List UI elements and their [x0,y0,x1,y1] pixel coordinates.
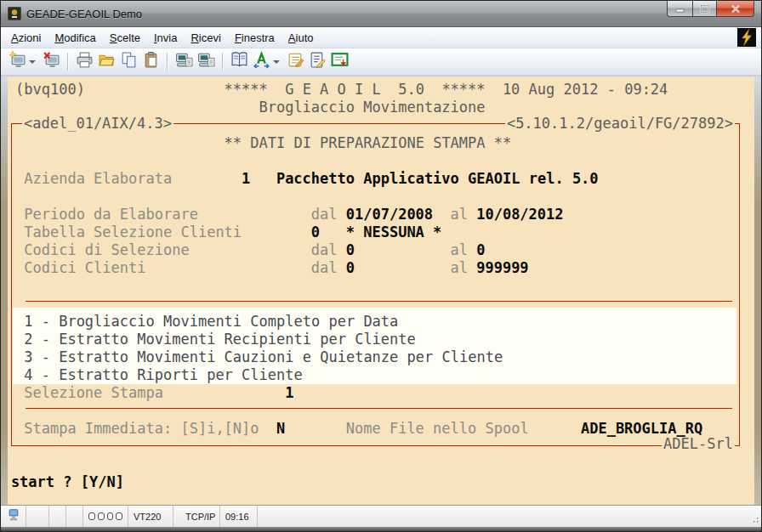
toolbar-button-paste[interactable] [139,51,162,73]
window-title: GEADE-GEAOIL Demo [26,8,142,20]
terminal-text: al [451,241,468,259]
terminal-text: dal [311,241,338,259]
close-button[interactable] [717,1,754,17]
terminal-text: 1 [285,384,293,402]
minimize-button[interactable] [667,1,692,17]
pc-status-icon [7,508,20,524]
terminal-text: N [276,420,285,438]
connect-close-icon [43,51,60,72]
menu-item-azioni[interactable]: Azioni [4,27,48,48]
terminal-text-layer: (bvq100)***** G E A O I L 5.0 *****10 Au… [8,76,754,505]
toolbar-button-receive-from-host[interactable] [195,51,217,73]
macro-icon [309,51,327,72]
toolbar-button-close-session[interactable] [40,51,62,73]
menu-item-modifica[interactable]: Modifica [48,27,102,48]
send-host-icon [175,51,193,72]
terminal-text: 01/07/2008 [346,206,433,224]
print-icon [76,51,94,72]
terminal-text: Codici Clienti [24,259,145,277]
terminal-text: 2 - Estratto Movimenti Recipienti per Cl… [24,331,416,348]
menu-item-finestra[interactable]: Finestra [228,27,281,48]
status-cell-empty [66,506,83,527]
terminal-text: Selezione Stampa [24,384,163,402]
toolbar-separator [222,53,223,71]
toolbar-button-keyboard-map[interactable] [228,51,250,73]
terminal-text: al [451,259,468,277]
toolbar-separator [167,53,168,71]
license-icon [331,51,349,72]
terminal-text: * NESSUNA * [346,224,442,241]
toolbar-button-open[interactable] [95,51,117,73]
terminal-text: 10/08/2012 [476,206,563,224]
status-cell-empty [26,506,49,527]
menu-item-invia[interactable]: Invia [147,27,184,48]
toolbar-button-macro-editor[interactable] [306,51,328,73]
terminal-text: 999999 [476,259,528,277]
connection-status-cell [1,506,26,527]
terminal-text: 0 [346,259,355,277]
toolbar-button-license[interactable] [328,51,350,73]
open-icon [98,51,116,72]
menu-item-ricevi[interactable]: Ricevi [184,27,227,48]
terminal-text: Brogliaccio Movimentazione [259,99,485,116]
window-frame-left [1,76,8,505]
terminal-text: 1 - Brogliaccio Movimenti Completo per D… [24,313,398,331]
terminal-text: 1 [242,170,250,188]
toolbar-button-fonts[interactable] [250,51,272,73]
chevron-down-icon[interactable] [29,60,36,64]
terminal-text: Pacchetto Applicativo GEAOIL rel. 5.0 [276,170,599,188]
terminal-text: (bvq100) [15,81,85,99]
status-cell-empty [49,506,66,527]
led-indicator [98,512,105,520]
toolbar-button-notes[interactable] [284,51,306,73]
toolbar-button-new-session[interactable] [6,51,28,73]
terminal-text: ** DATI DI PREPARAZIONE STAMPA ** [225,134,512,152]
terminal-text: 0 [311,224,320,241]
receive-host-icon [197,51,215,72]
terminal-text: ***** G E A O I L 5.0 ***** [225,81,486,99]
title-bar[interactable]: GEADE-GEAOIL Demo [1,1,761,27]
font-icon [253,51,270,72]
window-frame-right [754,76,761,505]
window-controls [667,1,754,17]
toolbar-button-send-to-host[interactable] [173,51,195,73]
terminal-text: Nome File nello Spool [346,420,529,438]
terminal-text: 4 - Estratto Riporti per Cliente [24,366,303,384]
menu-item-scelte[interactable]: Scelte [103,27,147,48]
terminal-text: Codici di Selezione [24,241,189,259]
terminal-text: al [451,206,468,224]
toolbar-button-print[interactable] [73,51,95,73]
led-indicator [116,512,122,520]
window-frame-bottom [1,527,761,532]
terminal-screen[interactable]: <adel_01/AIX/4.3> <5.10.1.2/geaoil/FG/27… [8,76,754,505]
terminal-text: Tabella Selezione Clienti [24,224,242,241]
resize-grip[interactable] [751,515,759,525]
toolbar [1,48,761,76]
connect-new-icon [9,51,26,72]
app-icon [8,7,21,20]
menu-items: AzioniModificaScelteInviaRiceviFinestraA… [4,27,321,48]
menu-bar: AzioniModificaScelteInviaRiceviFinestraA… [1,27,761,48]
chevron-down-icon[interactable] [273,60,280,64]
brand-logo-icon [737,28,756,47]
terminal-text: start ? [Y/N] [11,473,124,491]
menu-item-aiuto[interactable]: Aiuto [281,27,321,48]
paste-icon [142,51,160,72]
notes-icon [287,51,304,72]
led-indicator [88,512,95,520]
status-bar: VT220 TCP/IP 09:16 [1,505,761,527]
copy-icon [120,51,138,72]
led-indicator [107,512,114,520]
maximize-button[interactable] [692,1,717,17]
terminal-text: 3 - Estratto Movimenti Cauzioni e Quieta… [24,348,503,366]
terminal-text: Stampa Immediata: [S]i,[N]o [24,420,259,438]
terminal-text: 10 Aug 2012 - 09:24 [503,81,668,99]
terminal-text: Periodo da Elaborare [24,206,198,224]
terminal-text: 0 [476,241,485,259]
terminal-text: dal [311,259,338,277]
toolbar-button-copy[interactable] [117,51,139,73]
terminal-text: 0 [346,241,355,259]
status-cell-empty [258,506,761,527]
client-area: <adel_01/AIX/4.3> <5.10.1.2/geaoil/FG/27… [1,76,761,505]
app-window: GEADE-GEAOIL Demo AzioniModificaScelteIn… [0,0,762,532]
